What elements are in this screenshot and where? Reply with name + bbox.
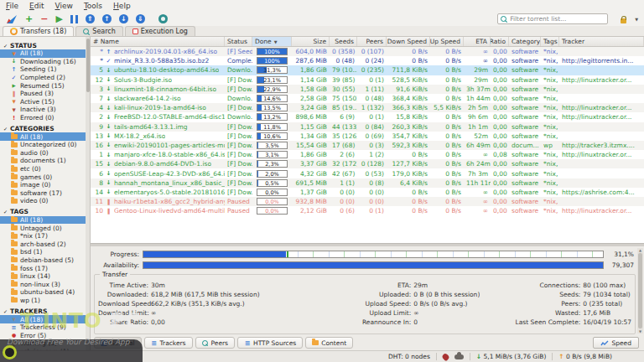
sidebar-item-uncategorized-0-[interactable]: Uncategorized (0)	[0, 141, 90, 149]
column-header-done[interactable]: Done▼	[252, 37, 292, 46]
column-header-category[interactable]: Category	[509, 37, 541, 46]
torrent-row[interactable]: 13MX-18.2_x64.iso[F] Dow...10,6%1,34 GiB…	[91, 132, 644, 141]
menu-item-file[interactable]: File	[6, 2, 18, 10]
resume-button[interactable]: ▶	[55, 14, 62, 24]
download-speed-status[interactable]: ↓ 5,1 MiB/s (3,76 GiB)	[476, 353, 547, 360]
torrent-row[interactable]: 15debian-9.8.0-amd64-DVD-1.iso[F] Dow...…	[91, 159, 644, 168]
torrent-row[interactable]: 7slackware64-14.2-isoDownlo...14,6%2,58 …	[91, 94, 644, 103]
sidebar-item-ashrise-com-1-[interactable]: ashrise.com (1)	[0, 348, 90, 350]
sidebar-item-ubuntu-based-4-[interactable]: ubuntu-based (4)	[0, 288, 90, 297]
detail-tab-content[interactable]: Content	[305, 337, 353, 349]
sidebar-item-downloading-16-[interactable]: Downloading (16)	[0, 58, 90, 66]
tab-search[interactable]: Search	[75, 26, 122, 36]
detail-tab-peers[interactable]: Peers	[195, 337, 235, 349]
move-up-button[interactable]: ↑	[102, 14, 112, 23]
sidebar-item-error-5-[interactable]: Error (5)	[0, 331, 90, 339]
sidebar-item-video-0-[interactable]: video (0)	[0, 197, 90, 205]
torrent-row[interactable]: 8hannah_montana_linux_x86_basic_edition.…	[91, 178, 644, 188]
sidebar-item-all-18-[interactable]: All (18)	[0, 315, 90, 323]
torrent-row[interactable]: 4kali-linux-2019-1a-amd64-iso[F] Dow...1…	[91, 103, 644, 112]
column-header-status[interactable]: Status	[225, 37, 252, 46]
column-header-eta[interactable]: ETA	[464, 37, 491, 46]
torrent-row[interactable]: *minix_R3.3.0-588a35b.iso.bz2Comple...10…	[91, 56, 644, 65]
sidebar-item-seeding-1-[interactable]: Seeding (1)	[0, 65, 90, 74]
torrent-row[interactable]: 5ubuntu-18.10-desktop-amd64.isoDownlo...…	[91, 65, 644, 75]
column-header--name[interactable]: # Name	[91, 37, 225, 46]
sidebar-item-warning-0-[interactable]: Warning (0)	[0, 339, 90, 348]
sidebar-item-untagged-0-[interactable]: Untagged (0)	[0, 224, 90, 232]
connection-status-icon[interactable]	[441, 352, 450, 361]
menu-item-tools[interactable]: Tools	[84, 2, 102, 10]
sidebar-item-debian-based-5-[interactable]: debian-based (5)	[0, 256, 90, 265]
move-top-button[interactable]: ⇑	[86, 14, 95, 23]
torrent-row[interactable]: 2FreeBSD-12.0-STABLE-amd64-disc1.isoDown…	[91, 112, 644, 122]
sidebar-item-audio-0-[interactable]: audio (0)	[0, 149, 90, 158]
sidebar-item-bsd-1-[interactable]: bsd (1)	[0, 248, 90, 256]
sidebar-item-paused-3-[interactable]: Paused (3)	[0, 90, 90, 98]
sidebar-item-wp-1-[interactable]: wp (1)	[0, 297, 90, 305]
move-down-button[interactable]: ↓	[119, 14, 128, 23]
tab-transfers[interactable]: Transfers (18)	[3, 26, 74, 36]
sidebar-item-linux-14-[interactable]: linux (14)	[0, 272, 90, 281]
sidebar-item-errored-0-[interactable]: Errored (0)	[0, 114, 90, 122]
menu-item-edit[interactable]: Edit	[29, 2, 44, 10]
delete-torrent-button[interactable]: −	[40, 14, 48, 24]
torrent-row[interactable]: *archlinux-2019.04.01-x86_64.iso[F] Seed…	[91, 47, 644, 56]
detail-tab-http-sources[interactable]: HTTP Sources	[237, 337, 303, 349]
column-header-up-speed[interactable]: Up Speed	[430, 37, 464, 46]
torrent-row[interactable]: 9tails-amd64-3.13.1.img[F] Dow...11,8%1,…	[91, 122, 644, 132]
detail-tab-general[interactable]: General	[94, 337, 142, 349]
torrent-row[interactable]: 10Gentoo-Linux-livedvd-amd64-multilib-20…	[91, 206, 644, 215]
sidebar-item-foss-17-[interactable]: foss (17)	[0, 264, 90, 272]
sidebar-item--nix-17-[interactable]: *nix (17)	[0, 232, 90, 240]
sidebar-section-tags[interactable]: ✓TAGS	[0, 208, 90, 216]
column-header-seeds[interactable]: Seeds	[330, 37, 357, 46]
torrent-row[interactable]: 14elementaryos-5.0-stable.20181016.iso[F…	[91, 188, 644, 197]
pause-button[interactable]	[70, 15, 78, 23]
add-torrent-button[interactable]: +	[25, 14, 33, 24]
column-header-ratio[interactable]: Ratio	[491, 37, 509, 46]
menu-item-view[interactable]: View	[55, 2, 73, 10]
sidebar-item-completed-2-[interactable]: Completed (2)	[0, 74, 90, 82]
sidebar-section-categories[interactable]: ✓CATEGORIES	[0, 124, 90, 132]
filter-input[interactable]	[510, 15, 604, 23]
options-button[interactable]	[158, 14, 168, 23]
sidebar-item-all-18-[interactable]: All (18)	[0, 216, 90, 225]
sidebar-item-games-0-[interactable]: games (0)	[0, 173, 90, 181]
lock-icon[interactable]	[620, 15, 626, 23]
column-header-peers[interactable]: Peers	[357, 37, 387, 46]
qbittorrent-logo-icon[interactable]	[6, 14, 18, 24]
sidebar-scrollbar[interactable]	[86, 37, 90, 350]
sidebar-section-status[interactable]: ✓STATUS	[0, 41, 90, 49]
network-status-icon[interactable]	[454, 354, 464, 359]
move-bottom-button[interactable]: ⇓	[136, 14, 145, 23]
sidebar-item-trackerless-9-[interactable]: Trackerless (9)	[0, 323, 90, 332]
torrent-row[interactable]: 6openSUSE-Leap-42.3-DVD-x86_64.iso[F] Do…	[91, 168, 644, 178]
sidebar-section-trackers[interactable]: ✓TRACKERS	[0, 307, 90, 315]
sidebar-item-all-18-[interactable]: All (18)	[0, 49, 90, 58]
sidebar-item-resumed-15-[interactable]: Resumed (15)	[0, 81, 90, 90]
menu-item-help[interactable]: Help	[113, 2, 131, 10]
sidebar-item-inactive-3-[interactable]: Inactive (3)	[0, 106, 90, 114]
speed-button[interactable]: Speed	[593, 337, 639, 349]
sidebar-item-all-18-[interactable]: All (18)	[0, 132, 90, 141]
tab-execution-log[interactable]: Execution Log	[125, 26, 195, 36]
detail-scrollbar[interactable]: ▲▼	[637, 248, 643, 334]
sidebar-item-active-15-[interactable]: Active (15)	[0, 98, 90, 106]
sidebar-item-arch-based-2-[interactable]: arch-based (2)	[0, 240, 90, 248]
column-header-size[interactable]: Size	[292, 37, 330, 46]
sidebar-item-non-linux-3-[interactable]: non-linux (3)	[0, 280, 90, 288]
sidebar-item-software-17-[interactable]: software (17)	[0, 189, 90, 198]
column-header-tags[interactable]: Tags	[541, 37, 559, 46]
torrent-row[interactable]: 1manjaro-xfce-18.0-stable-x86_64.iso[F] …	[91, 150, 644, 159]
sidebar-item-documents-1-[interactable]: documents (1)	[0, 157, 90, 165]
column-header-down-speed[interactable]: Down Speed	[387, 37, 430, 46]
torrent-row[interactable]: 16enwiki-20190101-pages-articles-multist…	[91, 141, 644, 150]
sidebar-item-etc-0-[interactable]: etc (0)	[0, 165, 90, 173]
detail-tab-trackers[interactable]: Trackers	[144, 337, 193, 349]
torrent-row[interactable]: 3linuxmint-18-cinnamon-64bit.iso[F] Dow.…	[91, 85, 644, 94]
chevron-down-icon[interactable]: ▼	[635, 17, 638, 22]
column-header-tracker[interactable]: Tracker	[559, 37, 644, 46]
torrent-row[interactable]: 12Solus-3-Budgie.iso[F] Dow...23,1%1,14 …	[91, 75, 644, 85]
upload-speed-status[interactable]: ↑ 0 B/s (9,8 MiB)	[558, 353, 612, 360]
